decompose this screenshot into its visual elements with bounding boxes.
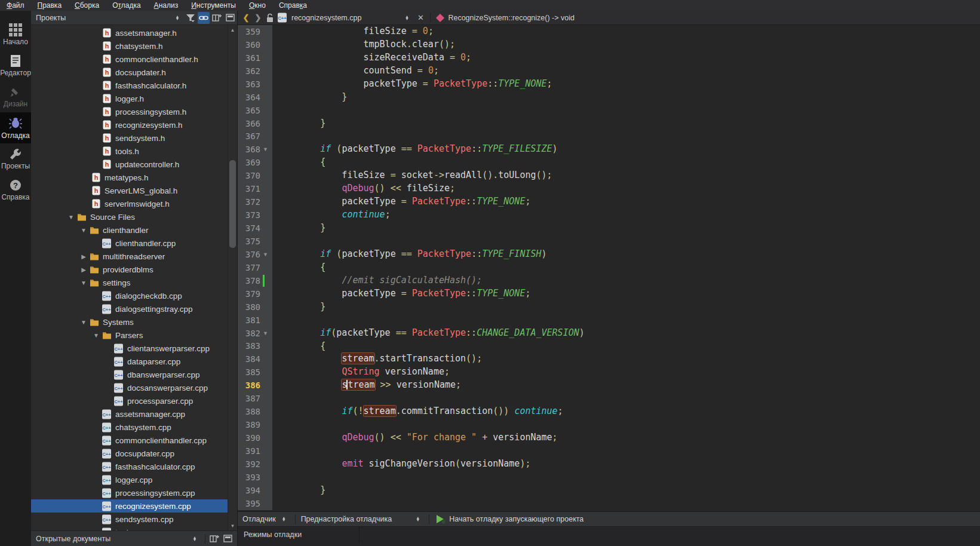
chevron-right-icon[interactable]: ▶ <box>78 266 89 273</box>
tree-item-fasthashcalculator-h[interactable]: hfasthashcalculator.h <box>31 79 228 92</box>
menu-отладка[interactable]: Отладка <box>106 0 147 11</box>
code-line-383[interactable]: 383 { <box>238 340 980 353</box>
code-line-359[interactable]: 359 fileSize = 0; <box>238 25 980 38</box>
tree-item-logger-h[interactable]: hlogger.h <box>31 92 228 105</box>
code-line-368[interactable]: 368▼ if (packetType == PacketType::TYPE_… <box>238 143 980 156</box>
code-editor[interactable]: 359 fileSize = 0;360 tmpBlock.clear();36… <box>238 25 980 511</box>
mode-справка[interactable]: ?Справка <box>0 174 31 205</box>
code-line-376[interactable]: 376▼ if (packetType == PacketType::TYPE_… <box>238 248 980 261</box>
tree-item-dataparser-cpp[interactable]: C++dataparser.cpp <box>31 355 228 368</box>
tree-item-fasthashcalculator-cpp[interactable]: C++fasthashcalculator.cpp <box>31 460 228 473</box>
tree-item-assetsmanager-h[interactable]: hassetsmanager.h <box>31 26 228 39</box>
tree-item-serverlmswidget-h[interactable]: hserverlmswidget.h <box>31 197 228 210</box>
chevron-down-icon[interactable]: ▼ <box>78 227 89 234</box>
tree-item-assetsmanager-cpp[interactable]: C++assetsmanager.cpp <box>31 407 228 421</box>
tree-item-source-files[interactable]: ▼Source Files <box>31 210 228 223</box>
tree-item-dbanswerparser-cpp[interactable]: C++dbanswerparser.cpp <box>31 368 228 381</box>
code-line-388[interactable]: 388 if(!stream.commitTransaction()) cont… <box>238 405 980 418</box>
tree-item-clienthandler[interactable]: ▼clienthandler <box>31 223 228 237</box>
go-forward-button[interactable]: ❯ <box>252 13 264 22</box>
code-line-389[interactable]: 389 <box>238 418 980 431</box>
tree-item-processparser-cpp[interactable]: C++processparser.cpp <box>31 394 228 407</box>
tree-item-processingsystem-h[interactable]: hprocessingsystem.h <box>31 105 228 118</box>
pane-combo-button[interactable]: ▲▼ <box>171 12 183 24</box>
chevron-down-icon[interactable]: ▼ <box>66 214 76 220</box>
tree-item-docsupdater-cpp[interactable]: C++docsupdater.cpp <box>31 447 228 460</box>
current-symbol[interactable]: RecognizeSystem::recognize() -> void <box>448 14 575 22</box>
scrollbar-thumb[interactable] <box>229 160 236 248</box>
code-line-378[interactable]: 378 //emit sigCalculateHash(); <box>238 274 980 287</box>
code-line-377[interactable]: 377 { <box>238 261 980 274</box>
menu-сборка[interactable]: Сборка <box>68 0 106 11</box>
code-line-392[interactable]: 392 emit sigChangeVersion(versionName); <box>238 458 980 471</box>
tree-item-updatecontroller-h[interactable]: hupdatecontroller.h <box>31 158 228 171</box>
code-line-362[interactable]: 362 countSend = 0; <box>238 65 980 78</box>
code-line-372[interactable]: 372 packetType = PacketType::TYPE_NONE; <box>238 195 980 208</box>
fold-marker-icon[interactable]: ▼ <box>263 146 268 152</box>
tree-item-clientanswerparser-cpp[interactable]: C++clientanswerparser.cpp <box>31 342 228 355</box>
tree-item-settings[interactable]: ▼settings <box>31 276 228 289</box>
code-line-363[interactable]: 363 packetType = PacketType::TYPE_NONE; <box>238 78 980 91</box>
code-line-369[interactable]: 369 { <box>238 156 980 169</box>
tree-item-tools-cpp[interactable]: C++tools.cpp <box>31 526 228 530</box>
tree-item-recognizesystem-h[interactable]: hrecognizesystem.h <box>31 118 228 131</box>
tree-item-commonclienthandler-h[interactable]: hcommonclienthandler.h <box>31 53 228 66</box>
close-pane-button[interactable] <box>224 12 236 24</box>
debugger-preset-combo-label[interactable]: Преднастройка отладчика <box>301 515 392 523</box>
tree-item-metatypes-h[interactable]: hmetatypes.h <box>31 171 228 184</box>
code-line-366[interactable]: 366 } <box>238 117 980 130</box>
chevron-down-icon[interactable]: ▼ <box>78 319 89 326</box>
tree-item-tools-h[interactable]: htools.h <box>31 145 228 158</box>
fold-marker-icon[interactable]: ▼ <box>263 330 268 336</box>
menu-окно[interactable]: Окно <box>242 0 272 11</box>
tree-item-parsers[interactable]: ▼Parsers <box>31 329 228 342</box>
tree-item-docsanswerparser-cpp[interactable]: C++docsanswerparser.cpp <box>31 381 228 394</box>
start-debug-label[interactable]: Начать отладку запускающего проекта <box>449 515 583 523</box>
code-line-394[interactable]: 394 } <box>238 484 980 497</box>
sync-with-editor-button[interactable] <box>198 12 210 24</box>
debugger-combo-label[interactable]: Отладчик <box>242 515 276 523</box>
code-line-371[interactable]: 371 qDebug() << fileSize; <box>238 182 980 195</box>
menu-инструменты[interactable]: Инструменты <box>185 0 242 11</box>
tree-item-serverlms-global-h[interactable]: hServerLMS_global.h <box>31 184 228 197</box>
scroll-down-icon[interactable]: ▼ <box>228 522 237 530</box>
code-line-370[interactable]: 370 fileSize = socket->readAll().toULong… <box>238 169 980 182</box>
tree-item-providerdblms[interactable]: ▶providerdblms <box>31 263 228 276</box>
start-debug-icon[interactable] <box>435 514 447 524</box>
code-line-386[interactable]: 386 stream >> versionName; <box>238 379 980 392</box>
code-line-395[interactable]: 395 <box>238 497 980 510</box>
docs-combo-button[interactable]: ▲▼ <box>189 533 201 545</box>
menu-анализ[interactable]: Анализ <box>148 0 185 11</box>
mode-редактор[interactable]: Редактор <box>0 50 31 81</box>
tree-item-systems[interactable]: ▼Systems <box>31 315 228 329</box>
tree-item-clienthandler-cpp[interactable]: C++clienthandler.cpp <box>31 237 228 250</box>
code-line-384[interactable]: 384 stream.startTransaction(); <box>238 352 980 366</box>
go-back-button[interactable]: ❮ <box>240 13 252 22</box>
code-line-375[interactable]: 375 <box>238 235 980 248</box>
split-pane-button[interactable] <box>211 12 223 24</box>
tree-item-recognizesystem-cpp[interactable]: C++recognizesystem.cpp <box>31 499 228 513</box>
code-line-387[interactable]: 387 <box>238 392 980 405</box>
code-line-380[interactable]: 380 } <box>238 300 980 314</box>
split-pane-button[interactable] <box>208 533 220 545</box>
tree-item-chatsystem-cpp[interactable]: C++chatsystem.cpp <box>31 421 228 434</box>
tree-item-multithreadserver[interactable]: ▶multithreadserver <box>31 250 228 263</box>
code-line-373[interactable]: 373 continue; <box>238 208 980 222</box>
chevron-down-icon[interactable]: ▼ <box>91 332 102 339</box>
tree-item-docsupdater-h[interactable]: hdocsupdater.h <box>31 66 228 79</box>
tree-item-dialogcheckdb-cpp[interactable]: C++dialogcheckdb.cpp <box>31 289 228 302</box>
code-line-381[interactable]: 381 <box>238 314 980 327</box>
tree-item-processingsystem-cpp[interactable]: C++processingsystem.cpp <box>31 486 228 499</box>
mode-проекты[interactable]: Проекты <box>0 143 31 174</box>
code-line-393[interactable]: 393 <box>238 471 980 484</box>
code-line-385[interactable]: 385 QString versionName; <box>238 366 980 379</box>
filter-button[interactable] <box>185 12 196 24</box>
code-line-367[interactable]: 367 <box>238 130 980 143</box>
close-pane-button[interactable] <box>222 533 234 545</box>
mode-начало[interactable]: Начало <box>0 19 31 50</box>
menu-справка[interactable]: Справка <box>272 0 314 11</box>
fold-marker-icon[interactable]: ▼ <box>263 251 268 257</box>
tree-item-logger-cpp[interactable]: C++logger.cpp <box>31 473 228 486</box>
tree-scrollbar[interactable]: ▲ ▼ <box>228 25 237 530</box>
chevron-right-icon[interactable]: ▶ <box>78 253 89 260</box>
